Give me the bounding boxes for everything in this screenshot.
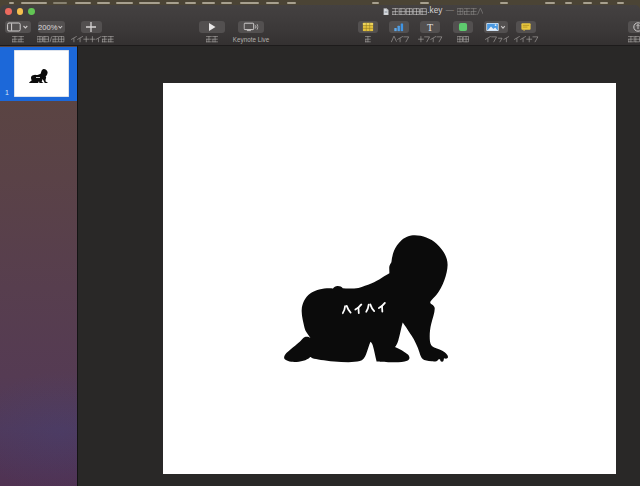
svg-text:200%: 200% xyxy=(38,23,58,32)
svg-text:T: T xyxy=(427,22,433,32)
